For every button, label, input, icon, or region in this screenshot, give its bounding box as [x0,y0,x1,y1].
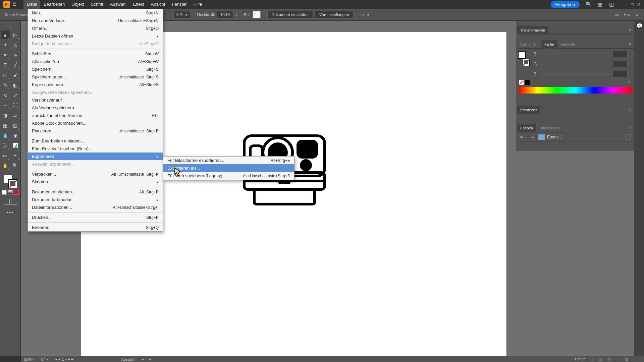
hand-tool-icon[interactable]: ✋ [1,161,10,170]
b-value-field[interactable] [613,71,628,77]
preferences-button[interactable]: Voreinstellungen [315,11,354,19]
magic-wand-tool-icon[interactable]: ✦ [1,41,10,49]
tab-transform[interactable]: Transformieren [517,26,548,35]
width-tool-icon[interactable]: ↔ [1,101,10,110]
file-menu-item[interactable]: Dokument einrichten...Alt+Strg+P [28,188,163,196]
menu-ansicht[interactable]: Ansicht [148,0,169,9]
tab-layers[interactable]: Ebenen [517,124,536,132]
export-submenu-item[interactable]: Für Web speichern (Legacy)...Alt+Umschal… [163,172,294,180]
file-menu-item[interactable]: Letzte Dateien öffnen [28,32,163,40]
file-menu-item[interactable]: Kopie speichern...Alt+Strg+S [28,81,163,88]
tab-color-guide[interactable]: Farbhilfe [557,40,579,49]
shape-builder-tool-icon[interactable]: ◑ [1,111,10,120]
arrange-icon[interactable]: ▦ [596,1,604,8]
panel-menu-icon[interactable]: ≡ [633,11,641,18]
file-menu-item[interactable]: Zum Bearbeiten einladen... [28,137,163,145]
fill-stroke-swatch[interactable] [4,175,17,188]
panel-menu-icon[interactable]: ≡ [626,108,634,112]
edit-toolbar-icon[interactable]: ••• [6,209,14,216]
artboard-nav-next-icon[interactable]: ▸ ▸| [68,357,74,361]
symbol-sprayer-tool-icon[interactable]: ⛆ [1,141,10,150]
none-mode-icon[interactable] [14,190,19,195]
file-menu-item[interactable]: SpeichernStrg+S [28,65,163,73]
direct-selection-tool-icon[interactable]: ▷ [11,31,20,39]
align-dropdown-icon[interactable] [366,12,369,17]
layer-name[interactable]: Ebene 1 [547,135,625,139]
file-menu-item[interactable]: Versionsverlauf [28,96,163,104]
file-menu-item[interactable]: Skripten [28,178,163,186]
visibility-icon[interactable]: 👁 [517,135,526,139]
menu-auswahl[interactable]: Auswahl [107,0,130,9]
slice-tool-icon[interactable]: ✂ [11,151,20,160]
spectrum-picker[interactable] [519,87,632,94]
file-menu-item[interactable]: Zurück zur letzten VersionF12 [28,112,163,119]
menu-hilfe[interactable]: Hilfe [190,0,206,9]
menu-objekt[interactable]: Objekt [68,0,88,9]
file-menu-item[interactable]: Alle schließenAlt+Strg+W [28,58,163,65]
rotate-tool-icon[interactable]: ⟲ [1,91,10,100]
style-swatch[interactable] [253,11,261,18]
line-tool-icon[interactable]: ╱ [11,61,20,69]
snap-icon[interactable]: ⊩≡ [623,11,631,18]
workspace-icon[interactable]: ◫ [608,1,615,8]
file-menu-item[interactable]: Dateiinformationen...Alt+Umschalttaste+S… [28,203,163,211]
menu-fenster[interactable]: Fenster [168,0,190,9]
align-icon[interactable]: ⫞↕ [360,12,364,17]
selection-tool-icon[interactable]: ▲ [1,31,10,39]
share-button[interactable]: Freigeben [551,1,580,8]
zoom-tool-icon[interactable]: 🔍 [11,161,20,170]
tab-color[interactable]: Farbe [541,40,557,49]
rotation-field[interactable]: 0° [41,357,45,361]
layer-row[interactable]: 👁 ▸ Ebene 1 [517,132,634,142]
eraser-tool-icon[interactable]: ◧ [11,81,20,89]
scale-tool-icon[interactable]: ⤢ [11,91,20,100]
color-mode-icon[interactable] [2,190,7,195]
menu-bearbeiten[interactable]: Bearbeiten [40,0,68,9]
artboard-nav-prev-icon[interactable]: |◂ ◂ [55,357,61,361]
eyedropper-tool-icon[interactable]: 💧 [1,131,10,140]
draw-normal-icon[interactable] [4,199,10,205]
black-swatch-icon[interactable] [525,80,530,85]
new-layer-icon[interactable]: ＋ [615,356,621,362]
zoom-field[interactable]: 50% [24,357,32,361]
panel-menu-icon[interactable]: ≡ [626,126,634,130]
mesh-tool-icon[interactable]: ▦ [1,121,10,130]
gradient-mode-icon[interactable] [8,190,13,195]
pen-tool-icon[interactable]: ✒ [1,51,10,59]
free-transform-tool-icon[interactable]: ⛶ [11,101,20,110]
stroke-weight-field[interactable]: 3 Pt. [173,11,191,18]
comment-icon[interactable]: 💬 [634,21,644,31]
page-field[interactable]: 1 [62,357,64,361]
lasso-tool-icon[interactable]: ⏢ [11,41,20,49]
column-graph-tool-icon[interactable]: 📊 [11,141,20,150]
file-menu-item[interactable]: Als Vorlage speichern... [28,104,163,112]
opacity-more-icon[interactable] [235,12,237,17]
opacity-field[interactable]: 100% [217,11,233,18]
menu-datei[interactable]: Datei [23,0,40,9]
r-value-field[interactable] [613,51,628,57]
draw-behind-icon[interactable] [11,199,17,205]
file-menu-item[interactable]: Öffnen...Strg+O [28,24,163,32]
home-icon[interactable] [13,1,19,8]
file-menu-item[interactable]: Drucken...Strg+P [28,214,163,221]
file-menu-item[interactable]: Neu aus Vorlage...Umschalttaste+Strg+N [28,17,163,24]
file-menu-item[interactable]: Neu...Strg+N [28,9,163,17]
document-setup-button[interactable]: Dokument einrichten [267,11,313,19]
panel-menu-icon[interactable]: ≡ [626,28,634,33]
file-menu-item[interactable]: Exportieren [28,153,163,160]
tab-align[interactable]: Ausrichten [517,40,541,49]
create-sublayer-icon[interactable]: ⊞ [606,356,612,362]
tab-libraries[interactable]: Bibliotheken [536,124,563,132]
close-icon[interactable]: ✕ [637,2,641,7]
export-submenu-item[interactable]: Für Bildschirme exportieren...Alt+Strg+E [163,157,294,164]
maximize-icon[interactable]: □ [631,2,634,7]
export-submenu-item[interactable]: Exportieren als... [163,164,294,172]
expand-icon[interactable]: ▸ [532,135,538,139]
none-swatch-icon[interactable] [519,80,524,85]
tab-pathfinder[interactable]: Pathfinder [517,106,540,114]
file-menu-item[interactable]: Verpacken...Alt+Umschalttaste+Strg+P [28,170,163,178]
rectangle-tool-icon[interactable]: ▭ [1,71,10,79]
file-menu-item[interactable]: BeendenStrg+Q [28,224,163,231]
file-menu-item[interactable]: SchließenStrg+W [28,50,163,58]
shaper-tool-icon[interactable]: ✎ [1,81,10,89]
